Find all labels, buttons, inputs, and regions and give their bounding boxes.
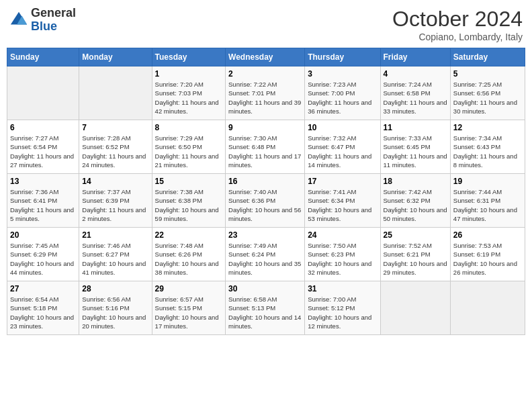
day-info: Sunrise: 7:24 AMSunset: 6:58 PMDaylight:… [384, 80, 447, 116]
calendar-week-row: 1Sunrise: 7:20 AMSunset: 7:03 PMDaylight… [7, 66, 525, 120]
day-info: Sunrise: 7:33 AMSunset: 6:45 PMDaylight:… [384, 134, 447, 169]
title-block: October 2024 Copiano, Lombardy, Italy [392, 7, 523, 42]
calendar-cell: 8Sunrise: 7:29 AMSunset: 6:50 PMDaylight… [152, 120, 225, 174]
day-number: 12 [453, 123, 522, 132]
day-info: Sunrise: 7:42 AMSunset: 6:32 PMDaylight:… [384, 187, 447, 223]
weekday-header: Saturday [450, 48, 525, 66]
day-info: Sunrise: 7:25 AMSunset: 6:56 PMDaylight:… [453, 80, 522, 116]
calendar-cell: 31Sunrise: 7:00 AMSunset: 5:12 PMDayligh… [305, 281, 380, 335]
day-info: Sunrise: 7:48 AMSunset: 6:26 PMDaylight:… [155, 241, 222, 277]
day-info: Sunrise: 7:41 AMSunset: 6:34 PMDaylight:… [308, 187, 377, 223]
day-number: 24 [308, 230, 377, 240]
calendar-cell: 2Sunrise: 7:22 AMSunset: 7:01 PMDaylight… [226, 66, 305, 120]
month-title: October 2024 [392, 7, 523, 32]
day-number: 19 [453, 177, 522, 186]
calendar-cell: 10Sunrise: 7:32 AMSunset: 6:47 PMDayligh… [305, 120, 380, 174]
day-info: Sunrise: 7:28 AMSunset: 6:52 PMDaylight:… [82, 134, 148, 169]
day-number: 28 [82, 284, 148, 293]
calendar-cell [79, 66, 152, 120]
weekday-header: Friday [380, 48, 450, 66]
weekday-header: Monday [79, 48, 152, 66]
day-info: Sunrise: 7:46 AMSunset: 6:27 PMDaylight:… [82, 241, 148, 277]
calendar-cell: 13Sunrise: 7:36 AMSunset: 6:41 PMDayligh… [7, 174, 79, 228]
calendar-week-row: 13Sunrise: 7:36 AMSunset: 6:41 PMDayligh… [7, 174, 525, 228]
calendar-cell: 1Sunrise: 7:20 AMSunset: 7:03 PMDaylight… [152, 66, 225, 120]
calendar-cell: 21Sunrise: 7:46 AMSunset: 6:27 PMDayligh… [79, 228, 152, 281]
weekday-header-row: SundayMondayTuesdayWednesdayThursdayFrid… [7, 48, 525, 66]
day-number: 13 [10, 177, 76, 186]
logo-blue-text: Blue [31, 19, 57, 33]
day-number: 6 [10, 123, 76, 132]
calendar-cell: 18Sunrise: 7:42 AMSunset: 6:32 PMDayligh… [380, 174, 450, 228]
day-number: 5 [453, 69, 522, 79]
day-info: Sunrise: 7:49 AMSunset: 6:24 PMDaylight:… [228, 241, 302, 277]
calendar-cell: 30Sunrise: 6:58 AMSunset: 5:13 PMDayligh… [226, 281, 305, 335]
calendar-cell: 22Sunrise: 7:48 AMSunset: 6:26 PMDayligh… [152, 228, 225, 281]
day-info: Sunrise: 7:50 AMSunset: 6:23 PMDaylight:… [308, 241, 377, 277]
calendar-cell: 12Sunrise: 7:34 AMSunset: 6:43 PMDayligh… [450, 120, 525, 174]
day-info: Sunrise: 7:36 AMSunset: 6:41 PMDaylight:… [10, 187, 76, 223]
day-info: Sunrise: 7:34 AMSunset: 6:43 PMDaylight:… [453, 134, 522, 169]
day-info: Sunrise: 7:29 AMSunset: 6:50 PMDaylight:… [155, 134, 222, 169]
day-number: 25 [384, 230, 447, 240]
calendar-cell: 19Sunrise: 7:44 AMSunset: 6:31 PMDayligh… [450, 174, 525, 228]
calendar-cell: 23Sunrise: 7:49 AMSunset: 6:24 PMDayligh… [226, 228, 305, 281]
calendar-cell: 9Sunrise: 7:30 AMSunset: 6:48 PMDaylight… [226, 120, 305, 174]
calendar-cell: 26Sunrise: 7:53 AMSunset: 6:19 PMDayligh… [450, 228, 525, 281]
day-info: Sunrise: 7:53 AMSunset: 6:19 PMDaylight:… [453, 241, 522, 277]
day-number: 9 [228, 123, 302, 132]
day-info: Sunrise: 7:00 AMSunset: 5:12 PMDaylight:… [308, 295, 377, 330]
day-number: 14 [82, 177, 148, 186]
calendar-cell: 3Sunrise: 7:23 AMSunset: 7:00 PMDaylight… [305, 66, 380, 120]
calendar-cell [7, 66, 79, 120]
day-info: Sunrise: 7:32 AMSunset: 6:47 PMDaylight:… [308, 134, 377, 169]
day-number: 8 [155, 123, 222, 132]
calendar-cell: 27Sunrise: 6:54 AMSunset: 5:18 PMDayligh… [7, 281, 79, 335]
calendar-week-row: 20Sunrise: 7:45 AMSunset: 6:29 PMDayligh… [7, 228, 525, 281]
day-number: 21 [82, 230, 148, 240]
calendar-cell: 16Sunrise: 7:40 AMSunset: 6:36 PMDayligh… [226, 174, 305, 228]
day-number: 23 [228, 230, 302, 240]
day-number: 22 [155, 230, 222, 240]
day-info: Sunrise: 7:27 AMSunset: 6:54 PMDaylight:… [10, 134, 76, 169]
calendar-cell: 6Sunrise: 7:27 AMSunset: 6:54 PMDaylight… [7, 120, 79, 174]
day-number: 29 [155, 284, 222, 293]
day-info: Sunrise: 7:40 AMSunset: 6:36 PMDaylight:… [228, 187, 302, 223]
day-info: Sunrise: 7:45 AMSunset: 6:29 PMDaylight:… [10, 241, 76, 277]
day-number: 10 [308, 123, 377, 132]
day-info: Sunrise: 6:57 AMSunset: 5:15 PMDaylight:… [155, 295, 222, 330]
calendar-cell: 29Sunrise: 6:57 AMSunset: 5:15 PMDayligh… [152, 281, 225, 335]
day-info: Sunrise: 7:52 AMSunset: 6:21 PMDaylight:… [384, 241, 447, 277]
calendar-week-row: 27Sunrise: 6:54 AMSunset: 5:18 PMDayligh… [7, 281, 525, 335]
calendar-table: SundayMondayTuesdayWednesdayThursdayFrid… [7, 48, 525, 335]
day-info: Sunrise: 7:30 AMSunset: 6:48 PMDaylight:… [228, 134, 302, 169]
day-number: 27 [10, 284, 76, 293]
weekday-header: Wednesday [226, 48, 305, 66]
day-number: 31 [308, 284, 377, 293]
day-number: 7 [82, 123, 148, 132]
logo: General Blue [9, 7, 76, 34]
logo-general-text: General [31, 6, 76, 19]
calendar-cell: 28Sunrise: 6:56 AMSunset: 5:16 PMDayligh… [79, 281, 152, 335]
day-number: 26 [453, 230, 522, 240]
logo-icon [9, 11, 28, 30]
day-number: 1 [155, 69, 222, 79]
day-info: Sunrise: 6:54 AMSunset: 5:18 PMDaylight:… [10, 295, 76, 330]
day-info: Sunrise: 6:56 AMSunset: 5:16 PMDaylight:… [82, 295, 148, 330]
calendar-cell: 14Sunrise: 7:37 AMSunset: 6:39 PMDayligh… [79, 174, 152, 228]
page-header: General Blue October 2024 Copiano, Lomba… [7, 7, 525, 42]
day-info: Sunrise: 7:22 AMSunset: 7:01 PMDaylight:… [228, 80, 302, 116]
calendar-cell: 5Sunrise: 7:25 AMSunset: 6:56 PMDaylight… [450, 66, 525, 120]
location-subtitle: Copiano, Lombardy, Italy [392, 32, 523, 42]
weekday-header: Sunday [7, 48, 79, 66]
day-number: 18 [384, 177, 447, 186]
calendar-cell: 17Sunrise: 7:41 AMSunset: 6:34 PMDayligh… [305, 174, 380, 228]
day-info: Sunrise: 6:58 AMSunset: 5:13 PMDaylight:… [228, 295, 302, 330]
weekday-header: Thursday [305, 48, 380, 66]
calendar-cell: 20Sunrise: 7:45 AMSunset: 6:29 PMDayligh… [7, 228, 79, 281]
calendar-cell: 4Sunrise: 7:24 AMSunset: 6:58 PMDaylight… [380, 66, 450, 120]
day-info: Sunrise: 7:37 AMSunset: 6:39 PMDaylight:… [82, 187, 148, 223]
calendar-cell: 25Sunrise: 7:52 AMSunset: 6:21 PMDayligh… [380, 228, 450, 281]
day-number: 20 [10, 230, 76, 240]
day-number: 16 [228, 177, 302, 186]
